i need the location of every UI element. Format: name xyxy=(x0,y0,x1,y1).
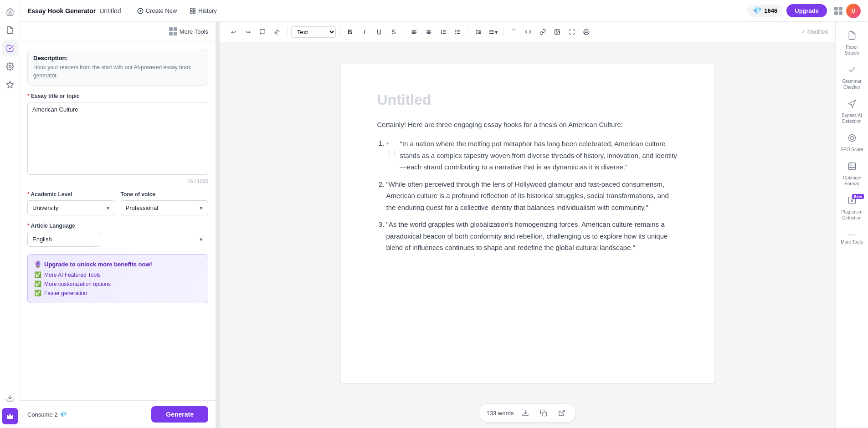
editor-bottom: 133 words xyxy=(220,398,835,428)
text-format-select[interactable]: Text Heading 1 Heading 2 xyxy=(291,26,336,38)
rs-grammar-label: Grammar Checker xyxy=(840,78,864,90)
tone-label: Tone of voice xyxy=(121,191,209,198)
strikethrough-button[interactable]: S xyxy=(387,25,400,38)
redo-button[interactable]: ↪ xyxy=(241,25,254,38)
generate-button[interactable]: Generate xyxy=(151,406,208,423)
rs-paper-search[interactable]: Paper Search xyxy=(838,27,866,60)
create-new-button[interactable]: Create New xyxy=(133,5,182,16)
content-area: More Tools Description: Hook your reader… xyxy=(20,22,868,428)
rs-optimize-format[interactable]: Optimize Format xyxy=(838,158,866,190)
grid-icon[interactable] xyxy=(834,7,842,15)
doc-title: Untitled xyxy=(377,92,678,108)
download-doc-button[interactable] xyxy=(519,407,532,419)
editor-content[interactable]: Untitled Certainly! Here are three engag… xyxy=(220,42,835,398)
unordered-list-button[interactable] xyxy=(452,25,464,38)
sidebar-home-icon[interactable] xyxy=(2,4,18,20)
description-box: Description: Hook your readers from the … xyxy=(27,49,208,86)
rs-bypass-detection[interactable]: Bypass AI Detection xyxy=(838,96,866,128)
upgrade-title: 🔮 Upgrade to unlock more benefits now! xyxy=(34,261,201,268)
sidebar-star-icon[interactable] xyxy=(2,76,18,93)
optimize-format-icon xyxy=(847,162,857,173)
essay-title-label: * Essay title or topic xyxy=(27,93,208,99)
academic-level-label: * Academic Level xyxy=(27,191,115,198)
topbar: Essay Hook Generator Untitled Create New… xyxy=(20,0,868,22)
char-count: 16 / 1000 xyxy=(27,178,208,184)
hook-item-3: "As the world grapples with globalizatio… xyxy=(386,219,678,254)
word-count-label: 133 words xyxy=(487,410,514,417)
history-button[interactable]: History xyxy=(185,5,221,16)
avatar: U xyxy=(846,4,861,18)
check-icon-3: ✅ xyxy=(34,290,41,296)
panel-divider[interactable]: ⋮ xyxy=(216,22,220,428)
svg-point-20 xyxy=(456,30,456,31)
doc-name: Untitled xyxy=(99,7,121,15)
more-tools-button[interactable]: More Tools xyxy=(169,27,208,36)
ordered-list-button[interactable] xyxy=(437,25,450,38)
comment-button[interactable] xyxy=(256,25,269,38)
tone-select[interactable]: Professional Casual Formal Academic xyxy=(121,200,209,215)
open-doc-button[interactable] xyxy=(555,407,568,419)
language-select[interactable]: English Spanish French German xyxy=(27,232,100,247)
left-navigation xyxy=(0,0,20,428)
sidebar-download-icon[interactable] xyxy=(2,390,18,406)
check-icon-1: ✅ xyxy=(34,271,41,278)
drag-handle-1[interactable]: + ⋮⋮ xyxy=(386,138,397,158)
tone-group: Tone of voice Professional Casual Formal… xyxy=(121,191,209,215)
toolbar-divider-3 xyxy=(404,27,404,36)
print-button[interactable] xyxy=(580,25,593,38)
upgrade-benefits-list: ✅More AI Featured Tools ✅More customizat… xyxy=(34,271,201,296)
bold-button[interactable]: B xyxy=(344,25,356,38)
align-left-button[interactable] xyxy=(408,25,421,38)
tone-select-wrap: Professional Casual Formal Academic ▼ xyxy=(121,200,209,215)
paper-search-icon xyxy=(847,31,857,42)
language-arrow-icon: ▼ xyxy=(199,237,204,242)
align-center-button[interactable] xyxy=(422,25,435,38)
blockquote-button[interactable]: " xyxy=(507,25,520,38)
doc-intro: Certainly! Here are three engaging essay… xyxy=(377,119,678,130)
consume-label: Consume 2 💎 xyxy=(27,411,67,418)
copy-doc-button[interactable] xyxy=(537,407,550,419)
upgrade-button[interactable]: Upgrade xyxy=(786,4,827,17)
upgrade-magic-icon: 🔮 xyxy=(34,261,41,268)
svg-point-36 xyxy=(848,135,855,142)
sidebar-crown-icon[interactable] xyxy=(2,408,18,424)
fullscreen-button[interactable] xyxy=(565,25,578,38)
link-button[interactable] xyxy=(536,25,549,38)
academic-level-select[interactable]: University High School Professional PhD xyxy=(27,200,115,215)
code-button[interactable] xyxy=(522,25,534,38)
underline-button[interactable]: U xyxy=(373,25,385,38)
sidebar-doc-icon[interactable] xyxy=(2,22,18,38)
upgrade-benefit-1: ✅More AI Featured Tools xyxy=(34,271,201,278)
undo-button[interactable]: ↩ xyxy=(227,25,240,38)
topbar-divider xyxy=(127,6,127,15)
beta-badge: Beta xyxy=(852,194,863,199)
panel-footer: Consume 2 💎 Generate xyxy=(20,400,216,428)
svg-point-37 xyxy=(850,137,853,140)
description-text: Hook your readers from the start with ou… xyxy=(33,63,202,80)
rs-more-tools[interactable]: ··· More Tools xyxy=(839,226,865,248)
svg-point-21 xyxy=(456,31,456,32)
toolbar-divider-1 xyxy=(287,27,288,36)
modified-label: ✓ Modified xyxy=(801,29,828,35)
svg-rect-32 xyxy=(585,32,588,35)
toolbar-divider-4 xyxy=(468,27,468,36)
rs-grammar-checker[interactable]: Grammar Checker xyxy=(838,61,866,94)
rs-seo-label: SEO Score xyxy=(840,147,863,153)
sidebar-check-icon[interactable] xyxy=(2,40,18,56)
toolbar-divider-5 xyxy=(503,27,503,36)
rs-plagiarism-detection[interactable]: Beta Plagiarism Detection xyxy=(838,192,866,224)
italic-button[interactable]: I xyxy=(358,25,371,38)
text-align-dropdown-button[interactable]: ▾ xyxy=(487,25,499,38)
image-button[interactable] xyxy=(551,25,564,38)
left-panel: More Tools Description: Hook your reader… xyxy=(20,22,216,428)
line-height-button[interactable] xyxy=(472,25,485,38)
language-label: * Article Language xyxy=(27,223,208,229)
essay-title-input[interactable]: American Culture xyxy=(27,102,208,175)
description-title: Description: xyxy=(33,55,202,61)
upgrade-card: 🔮 Upgrade to unlock more benefits now! ✅… xyxy=(27,254,208,303)
sidebar-settings-icon[interactable] xyxy=(2,58,18,75)
panel-header: More Tools xyxy=(20,22,216,41)
rs-seo-score[interactable]: SEO Score xyxy=(838,130,866,156)
upgrade-benefit-3: ✅Faster generation xyxy=(34,290,201,296)
eraser-button[interactable] xyxy=(271,25,283,38)
